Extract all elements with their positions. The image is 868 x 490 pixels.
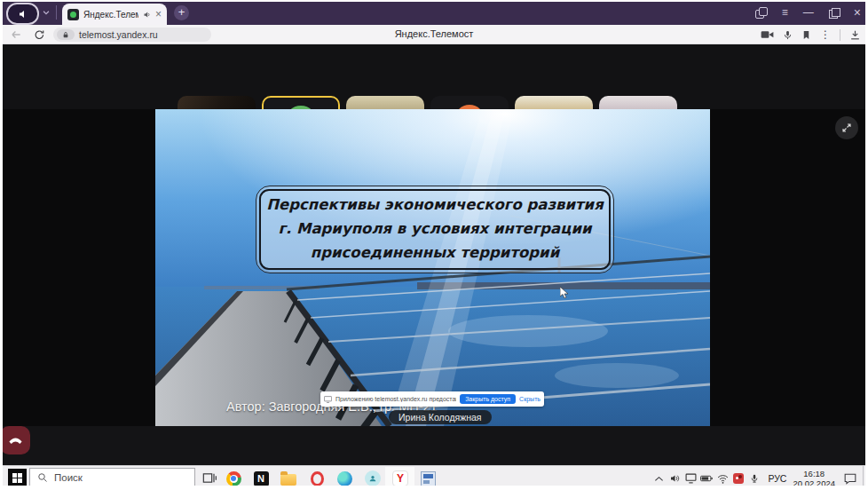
app-icon-file-explorer[interactable] xyxy=(280,470,297,487)
windows-logo-icon xyxy=(12,473,22,483)
chevron-down-icon[interactable] xyxy=(40,5,52,19)
search-placeholder: Поиск xyxy=(54,472,83,483)
tab-audio-icon[interactable] xyxy=(143,11,151,19)
active-speaker-label: Ирина Колодяжная xyxy=(389,410,492,424)
tray-wifi-icon[interactable] xyxy=(715,474,730,484)
tray-volume-icon[interactable] xyxy=(667,473,682,484)
telemost-favicon xyxy=(67,9,79,20)
close-access-button[interactable]: Закрыть доступ xyxy=(460,394,516,404)
kebab-menu-icon[interactable]: ⋮ xyxy=(820,28,831,41)
notification-message: Приложению telemost.yandex.ru предоставл… xyxy=(335,396,456,402)
app-icon-notion[interactable]: N xyxy=(252,470,270,487)
tabstrip-divider xyxy=(56,5,57,20)
app-icon-chrome[interactable] xyxy=(225,470,242,487)
screen-share-notification: Приложению telemost.yandex.ru предоставл… xyxy=(320,391,544,407)
hang-up-button[interactable] xyxy=(0,426,30,454)
taskbar-search[interactable]: Поиск xyxy=(29,468,195,487)
app-icon-telemost[interactable] xyxy=(364,470,382,487)
language-indicator[interactable]: РУС xyxy=(768,473,786,484)
mouse-cursor xyxy=(560,287,569,298)
expand-icon xyxy=(841,122,852,133)
browser-toolbar: telemost.yandex.ru Яндекс.Телемост ⋮ xyxy=(0,25,868,44)
task-view-button[interactable] xyxy=(202,471,217,485)
tab-panels-icon[interactable] xyxy=(755,7,767,18)
new-tab-button[interactable]: + xyxy=(174,5,189,20)
windows-taskbar: Поиск N Y xyxy=(0,465,868,490)
start-button[interactable] xyxy=(8,469,27,486)
browser-sound-button[interactable] xyxy=(6,3,39,25)
app-icon-edge[interactable] xyxy=(335,470,353,487)
clock-date: 20.02.2024 xyxy=(793,478,835,488)
window-close-button[interactable]: × xyxy=(854,6,861,19)
address-text: telemost.yandex.ru xyxy=(79,29,158,40)
video-call-icon[interactable] xyxy=(761,29,774,40)
tray-battery-icon[interactable] xyxy=(699,474,714,483)
bookmark-icon[interactable] xyxy=(801,29,811,41)
speaker-icon xyxy=(18,9,28,20)
clock-time: 16:18 xyxy=(793,469,835,478)
window-restore-button[interactable] xyxy=(829,8,839,18)
shared-slide: Перспективы экономического развития г. М… xyxy=(155,109,710,426)
slide-title-line: присоединенных территорий xyxy=(311,241,559,265)
tray-display-icon[interactable] xyxy=(683,473,698,484)
toolbar-actions: ⋮ xyxy=(761,25,861,44)
browser-tab[interactable]: Яндекс.Телемост × xyxy=(62,4,167,25)
app-icon-blue-window[interactable] xyxy=(419,470,437,487)
screen-share-icon xyxy=(324,396,332,403)
app-icon-yandex-browser[interactable]: Y xyxy=(391,470,409,487)
tray-security-icon[interactable] xyxy=(731,473,746,484)
call-control-bar: 11 Демонстрация Чат ••• xyxy=(0,426,868,465)
toolbar-separator xyxy=(840,29,840,41)
taskbar-clock[interactable]: 16:18 20.02.2024 xyxy=(793,469,835,488)
participant-strip: Алексеева... ИК Ирина Колод... Гость Гос… xyxy=(0,44,868,109)
refresh-button[interactable] xyxy=(32,28,46,42)
tray-mic-icon[interactable] xyxy=(747,473,761,484)
address-bar[interactable]: telemost.yandex.ru xyxy=(53,28,211,42)
action-center-icon[interactable] xyxy=(843,473,857,485)
window-controls: ≡ — × xyxy=(755,0,861,25)
screen: Яндекс.Телемост × + ≡ — × telemost.yande… xyxy=(0,0,868,490)
handset-icon xyxy=(8,436,23,445)
search-icon xyxy=(37,472,48,483)
browser-menu-icon[interactable]: ≡ xyxy=(782,7,788,18)
show-desktop-button[interactable] xyxy=(863,466,868,490)
slide-title-line: г. Мариуполя в условиях интеграции xyxy=(278,217,591,241)
fullscreen-button[interactable] xyxy=(835,116,858,139)
browser-tab-strip: Яндекс.Телемост × + ≡ — × xyxy=(0,0,868,25)
mic-icon[interactable] xyxy=(783,29,793,41)
tab-close-icon[interactable]: × xyxy=(155,9,162,20)
tray-chevron-up-icon[interactable] xyxy=(651,475,666,482)
back-button[interactable] xyxy=(9,28,23,42)
lock-icon[interactable] xyxy=(57,29,75,40)
download-icon[interactable] xyxy=(849,29,861,41)
window-minimize-button[interactable]: — xyxy=(803,7,814,18)
presentation-stage: Перспективы экономического развития г. М… xyxy=(0,109,868,426)
app-icon-opera[interactable] xyxy=(308,470,326,487)
slide-title-line: Перспективы экономического развития xyxy=(266,194,604,217)
slide-title-box: Перспективы экономического развития г. М… xyxy=(256,186,614,273)
system-tray: РУС 16:18 20.02.2024 xyxy=(651,466,868,490)
hide-notification-link[interactable]: Скрыть xyxy=(519,396,541,402)
tab-title: Яндекс.Телемост xyxy=(83,10,138,20)
